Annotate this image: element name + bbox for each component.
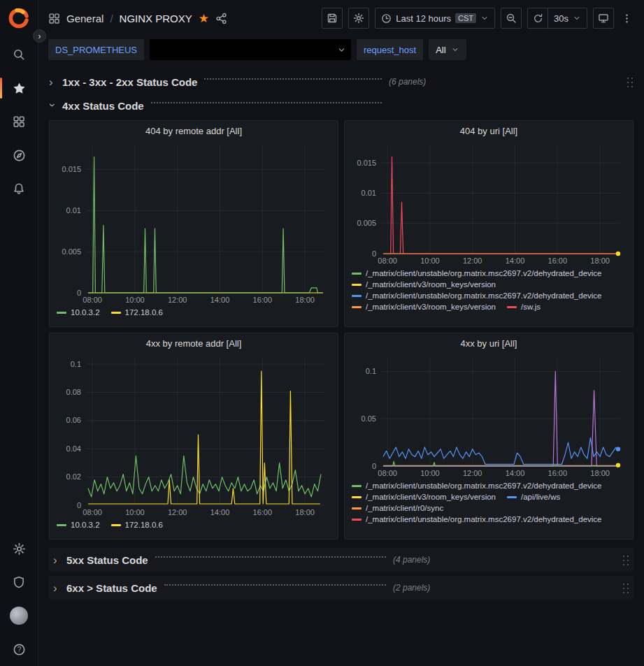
dashboard-panel: 4xx by remote addr [All] 00.020.040.060.… <box>49 333 338 540</box>
server-admin-shield-icon[interactable] <box>5 565 33 599</box>
legend-item[interactable]: /_matrix/client/r0/sync <box>352 504 443 512</box>
time-series-chart[interactable]: 00.050.108:0010:0012:0014:0016:0018:00 <box>352 353 626 479</box>
legend-item[interactable]: 10.0.3.2 <box>57 521 100 529</box>
legend-item[interactable]: /api/live/ws <box>507 493 560 501</box>
row-panel-count: (2 panels) <box>393 583 430 593</box>
row-title: 5xx Status Code <box>66 554 148 566</box>
panel-title[interactable]: 404 by uri [All] <box>352 121 626 140</box>
panel-title[interactable]: 4xx by remote addr [All] <box>57 333 331 353</box>
legend-item[interactable]: /_matrix/client/v3/room_keys/version <box>352 303 496 311</box>
legend-item[interactable]: 172.18.0.6 <box>111 308 163 317</box>
breadcrumb-section[interactable]: General <box>66 13 103 24</box>
timezone-badge: CST <box>455 13 476 23</box>
row-1xx-3xx-2xx[interactable]: › 1xx - 3xx - 2xx Status Code (6 panels) <box>49 71 634 92</box>
explore-compass-icon[interactable] <box>5 138 33 172</box>
svg-text:0.1: 0.1 <box>71 360 81 368</box>
refresh-interval-dropdown[interactable]: 30s <box>548 8 587 29</box>
dotted-leader <box>204 78 382 80</box>
legend-item[interactable]: /_matrix/client/v3/room_keys/version <box>352 493 496 501</box>
datasource-variable-label[interactable]: DS_PROMETHEUS <box>48 39 144 60</box>
legend-label: /_matrix/client/v3/room_keys/version <box>366 280 496 289</box>
legend-color-swatch <box>57 312 66 314</box>
row-panel-count: (4 panels) <box>393 555 430 565</box>
legend-color-swatch <box>352 306 362 308</box>
user-avatar[interactable] <box>5 599 33 632</box>
help-icon[interactable]: ? <box>5 632 33 666</box>
legend-item[interactable]: /_matrix/client/v3/room_keys/version <box>352 280 496 289</box>
time-series-chart[interactable]: 00.0050.010.01508:0010:0012:0014:0016:00… <box>57 140 331 305</box>
legend-color-swatch <box>352 485 362 487</box>
svg-text:08:00: 08:00 <box>83 508 102 516</box>
chevron-down-icon <box>337 45 346 55</box>
row-5xx[interactable]: › 5xx Status Code (4 panels) <box>49 548 634 572</box>
request-host-variable-label[interactable]: request_host <box>357 39 423 60</box>
apps-grid-icon[interactable] <box>48 13 60 24</box>
row-title: 4xx Status Code <box>62 100 144 112</box>
dashboards-icon[interactable] <box>5 105 33 138</box>
panel-title[interactable]: 4xx by uri [All] <box>352 333 626 353</box>
time-series-chart[interactable]: 00.0050.010.01508:0010:0012:0014:0016:00… <box>352 140 626 266</box>
legend-item[interactable]: 10.0.3.2 <box>57 308 100 317</box>
svg-text:16:00: 16:00 <box>548 256 568 265</box>
legend-label: /_matrix/client/unstable/org.matrix.msc2… <box>366 291 602 300</box>
legend-label: /_matrix/client/unstable/org.matrix.msc2… <box>366 482 602 490</box>
chevron-down-icon <box>573 14 581 22</box>
row-drag-handle[interactable] <box>626 76 634 88</box>
panel-title-text: 404 by uri [All] <box>460 126 517 136</box>
legend-color-swatch <box>352 284 362 286</box>
tv-mode-button[interactable] <box>593 8 614 29</box>
time-range-picker[interactable]: Last 12 hours CST <box>375 8 495 29</box>
breadcrumb-dashboard-title[interactable]: NGINX PROXY <box>120 13 192 24</box>
zoom-out-button[interactable] <box>501 8 522 29</box>
alerting-bell-icon[interactable] <box>5 172 33 205</box>
datasource-variable-value[interactable] <box>150 39 351 60</box>
favorite-star-icon[interactable]: ★ <box>199 13 209 24</box>
time-range-label: Last 12 hours <box>396 13 451 24</box>
svg-text:14:00: 14:00 <box>506 256 525 265</box>
chevron-right-icon: › <box>49 76 56 88</box>
legend-item[interactable]: /sw.js <box>507 303 541 311</box>
search-icon[interactable] <box>5 38 33 71</box>
starred-dashboards-icon[interactable] <box>5 71 33 105</box>
svg-text:12:00: 12:00 <box>463 256 482 265</box>
svg-text:18:00: 18:00 <box>295 508 315 516</box>
settings-gear-icon[interactable] <box>5 532 33 565</box>
toolbar-right: Last 12 hours CST 30s <box>322 8 634 29</box>
svg-text:10:00: 10:00 <box>420 256 440 265</box>
time-series-chart[interactable]: 00.020.040.060.080.108:0010:0012:0014:00… <box>57 353 331 518</box>
row-drag-handle[interactable] <box>622 582 629 594</box>
chevron-right-icon: › <box>53 554 60 566</box>
svg-text:14:00: 14:00 <box>506 469 525 477</box>
dashboard-panel: 404 by uri [All] 00.0050.010.01508:0010:… <box>344 120 634 327</box>
row-drag-handle[interactable] <box>622 554 629 566</box>
legend-label: /_matrix/client/unstable/org.matrix.msc2… <box>366 515 602 523</box>
sidebar: ? › <box>0 0 38 666</box>
legend-color-swatch <box>111 524 121 526</box>
row-6xx[interactable]: › 6xx > Status Code (2 panels) <box>49 576 634 600</box>
svg-text:12:00: 12:00 <box>168 508 187 516</box>
legend-item[interactable]: /_matrix/client/unstable/org.matrix.msc2… <box>352 482 602 490</box>
sidebar-expand-button[interactable]: › <box>33 29 46 43</box>
svg-text:0.01: 0.01 <box>66 206 81 215</box>
panel-title[interactable]: 404 by remote addr [All] <box>57 121 331 140</box>
main-area: General / NGINX PROXY ★ Last 12 hours CS… <box>38 0 644 666</box>
kebab-menu-icon[interactable] <box>620 8 634 29</box>
legend-item[interactable]: 172.18.0.6 <box>111 521 163 529</box>
legend-item[interactable]: /_matrix/client/unstable/org.matrix.msc2… <box>352 515 602 523</box>
svg-text:0.08: 0.08 <box>66 388 81 396</box>
grafana-logo-icon[interactable] <box>8 7 30 32</box>
legend-color-swatch <box>352 273 362 275</box>
svg-text:0.015: 0.015 <box>62 165 81 173</box>
dashboard-settings-button[interactable] <box>348 8 369 29</box>
save-dashboard-button[interactable] <box>322 8 343 29</box>
legend-label: /sw.js <box>521 303 541 311</box>
refresh-button[interactable] <box>527 8 548 29</box>
legend-item[interactable]: /_matrix/client/unstable/org.matrix.msc2… <box>352 291 602 300</box>
legend-item[interactable]: /_matrix/client/unstable/org.matrix.msc2… <box>352 269 602 277</box>
svg-text:0.1: 0.1 <box>366 367 376 375</box>
legend-label: /_matrix/client/v3/room_keys/version <box>366 493 496 501</box>
request-host-variable-value[interactable]: All <box>429 39 466 60</box>
share-icon[interactable] <box>215 13 227 24</box>
svg-text:18:00: 18:00 <box>590 256 610 265</box>
row-4xx[interactable]: › 4xx Status Code <box>49 95 634 116</box>
